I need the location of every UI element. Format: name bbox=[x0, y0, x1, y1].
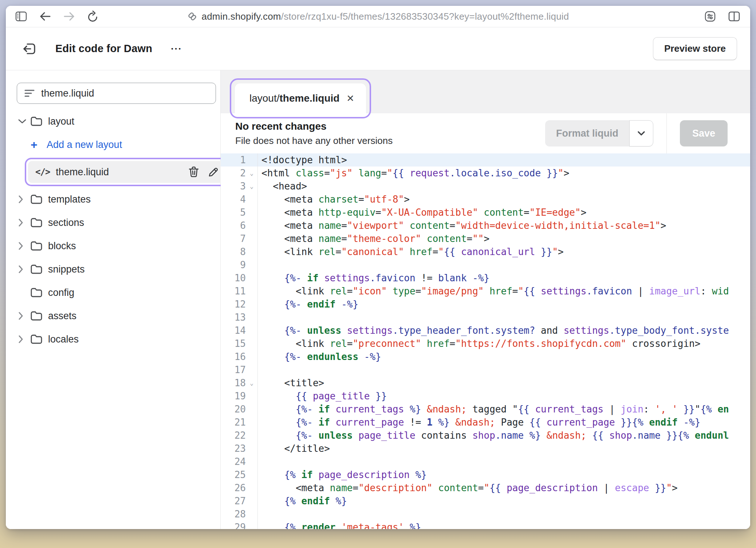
code-line-21[interactable]: 21 {%- if current_page != 1 %} &ndash; P… bbox=[221, 416, 750, 429]
line-number: 4 bbox=[221, 193, 258, 206]
search-value: theme.liquid bbox=[41, 88, 94, 99]
code-line-23[interactable]: 23 </title> bbox=[221, 442, 750, 455]
fold-toggle-icon[interactable]: ⌄ bbox=[246, 376, 257, 390]
code-text bbox=[258, 258, 750, 271]
sidebar-item-blocks[interactable]: blocks bbox=[12, 234, 217, 258]
app-header: Edit code for Dawn ••• Preview store bbox=[6, 27, 750, 70]
sidebar-item-assets[interactable]: assets bbox=[12, 304, 217, 328]
code-line-3[interactable]: 3⌄ <head> bbox=[221, 180, 750, 193]
code-line-14[interactable]: 14 {%- unless settings.type_header_font.… bbox=[221, 324, 750, 337]
rename-file-icon[interactable] bbox=[208, 167, 219, 177]
add-new-layout-button[interactable]: + Add a new layout bbox=[12, 133, 217, 156]
code-line-24[interactable]: 24 bbox=[221, 455, 750, 468]
code-text: {% if page_description %} bbox=[258, 468, 750, 481]
fold-toggle-icon bbox=[246, 521, 257, 529]
code-line-17[interactable]: 17 bbox=[221, 363, 750, 376]
code-line-6[interactable]: 6 <meta name="viewport" content="width=d… bbox=[221, 219, 750, 232]
code-line-18[interactable]: 18⌄ <title> bbox=[221, 376, 750, 390]
sidebar-item-layout[interactable]: layout bbox=[12, 110, 217, 133]
code-text: <html class="js" lang="{{ request.locale… bbox=[258, 167, 750, 180]
save-button[interactable]: Save bbox=[680, 120, 728, 146]
code-line-16[interactable]: 16 {%- endunless -%} bbox=[221, 350, 750, 363]
code-line-4[interactable]: 4 <meta charset="utf-8"> bbox=[221, 193, 750, 206]
file-search-input[interactable]: theme.liquid bbox=[17, 83, 216, 104]
chevron-right-icon[interactable] bbox=[18, 195, 31, 203]
chevron-right-icon[interactable] bbox=[18, 335, 31, 343]
more-actions-button[interactable]: ••• bbox=[171, 46, 182, 52]
delete-file-icon[interactable] bbox=[189, 167, 198, 177]
code-line-7[interactable]: 7 <meta name="theme-color" content=""> bbox=[221, 232, 750, 245]
line-number: 28 bbox=[221, 508, 258, 521]
chevron-down-icon[interactable] bbox=[18, 119, 31, 124]
file-sidebar: theme.liquid layout + Add a new layout bbox=[6, 70, 221, 529]
sidebar-item-theme-liquid[interactable]: </> theme.liquid bbox=[28, 161, 225, 183]
code-line-13[interactable]: 13 bbox=[221, 311, 750, 324]
sidebar-item-locales[interactable]: locales bbox=[12, 328, 217, 351]
line-number: 19 bbox=[221, 390, 258, 403]
chevron-right-icon[interactable] bbox=[18, 242, 31, 250]
browser-window: admin.shopify.com/store/rzq1xu-f5/themes… bbox=[6, 6, 750, 529]
fold-toggle-icon[interactable]: ⌄ bbox=[246, 167, 257, 180]
fold-toggle-icon bbox=[246, 324, 257, 337]
exit-editor-icon[interactable] bbox=[23, 42, 36, 55]
code-line-10[interactable]: 10 {%- if settings.favicon != blank -%} bbox=[221, 271, 750, 285]
sidebar-item-snippets[interactable]: snippets bbox=[12, 258, 217, 281]
chevron-right-icon[interactable] bbox=[18, 219, 31, 227]
fold-toggle-icon bbox=[246, 311, 257, 324]
fold-toggle-icon bbox=[246, 416, 257, 429]
code-line-25[interactable]: 25 {% if page_description %} bbox=[221, 468, 750, 481]
close-tab-icon[interactable]: ✕ bbox=[345, 91, 356, 106]
preview-store-button[interactable]: Preview store bbox=[653, 37, 737, 60]
line-number: 15 bbox=[221, 337, 258, 350]
code-text: {% render 'meta-tags' %} bbox=[258, 521, 750, 529]
code-line-8[interactable]: 8 <link rel="canonical" href="{{ canonic… bbox=[221, 245, 750, 258]
code-text: <meta name="theme-color" content=""> bbox=[258, 232, 750, 245]
code-text: <meta charset="utf-8"> bbox=[258, 193, 750, 206]
folder-icon bbox=[31, 241, 47, 251]
code-line-19[interactable]: 19 {{ page_title }} bbox=[221, 390, 750, 403]
address-bar[interactable]: admin.shopify.com/store/rzq1xu-f5/themes… bbox=[6, 6, 750, 27]
code-line-12[interactable]: 12 {%- endif -%} bbox=[221, 298, 750, 311]
line-number: 2⌄ bbox=[221, 167, 258, 180]
line-number: 22 bbox=[221, 429, 258, 442]
code-text: <link rel="preconnect" href="https://fon… bbox=[258, 337, 750, 350]
folder-icon bbox=[31, 195, 47, 204]
chevron-right-icon[interactable] bbox=[18, 265, 31, 273]
code-editor[interactable]: 1<!doctype html>2⌄<html class="js" lang=… bbox=[221, 153, 750, 529]
format-liquid-button[interactable]: Format liquid bbox=[545, 120, 653, 146]
code-line-26[interactable]: 26 <meta name="description" content="{{ … bbox=[221, 481, 750, 494]
code-line-11[interactable]: 11 <link rel="icon" type="image/png" hre… bbox=[221, 285, 750, 298]
fold-toggle-icon bbox=[246, 193, 257, 206]
tab-layout-theme-liquid[interactable]: layout/theme.liquid ✕ bbox=[235, 83, 366, 113]
plus-icon: + bbox=[31, 138, 43, 152]
fold-toggle-icon bbox=[246, 245, 257, 258]
code-text bbox=[258, 363, 750, 376]
code-text: {%- if current_page != 1 %} &ndash; Page… bbox=[258, 416, 750, 429]
code-line-22[interactable]: 22 {%- unless page_title contains shop.n… bbox=[221, 429, 750, 442]
code-line-15[interactable]: 15 <link rel="preconnect" href="https://… bbox=[221, 337, 750, 350]
chevron-right-icon[interactable] bbox=[18, 312, 31, 320]
sidebar-item-sections[interactable]: sections bbox=[12, 211, 217, 234]
code-line-28[interactable]: 28 bbox=[221, 508, 750, 521]
code-line-27[interactable]: 27 {% endif %} bbox=[221, 494, 750, 508]
fold-toggle-icon[interactable]: ⌄ bbox=[246, 180, 257, 193]
code-text: <title> bbox=[258, 376, 750, 390]
folder-icon bbox=[31, 334, 47, 344]
code-text: <!doctype html> bbox=[258, 153, 750, 167]
format-options-dropdown[interactable] bbox=[629, 120, 653, 146]
line-number: 11 bbox=[221, 285, 258, 298]
sidebar-item-templates[interactable]: templates bbox=[12, 188, 217, 211]
code-text: <meta http-equiv="X-UA-Compatible" conte… bbox=[258, 206, 750, 219]
code-line-29[interactable]: 29 {% render 'meta-tags' %} bbox=[221, 521, 750, 529]
code-line-2[interactable]: 2⌄<html class="js" lang="{{ request.loca… bbox=[221, 167, 750, 180]
fold-toggle-icon bbox=[246, 403, 257, 416]
code-line-9[interactable]: 9 bbox=[221, 258, 750, 271]
line-number: 1 bbox=[221, 153, 258, 167]
code-line-20[interactable]: 20 {%- if current_tags %} &ndash; tagged… bbox=[221, 403, 750, 416]
sidebar-item-config[interactable]: config bbox=[12, 281, 217, 304]
code-line-5[interactable]: 5 <meta http-equiv="X-UA-Compatible" con… bbox=[221, 206, 750, 219]
code-line-1[interactable]: 1<!doctype html> bbox=[221, 153, 750, 167]
fold-toggle-icon bbox=[246, 153, 257, 167]
line-number: 13 bbox=[221, 311, 258, 324]
file-tree: layout + Add a new layout </> theme.liqu… bbox=[12, 110, 217, 351]
